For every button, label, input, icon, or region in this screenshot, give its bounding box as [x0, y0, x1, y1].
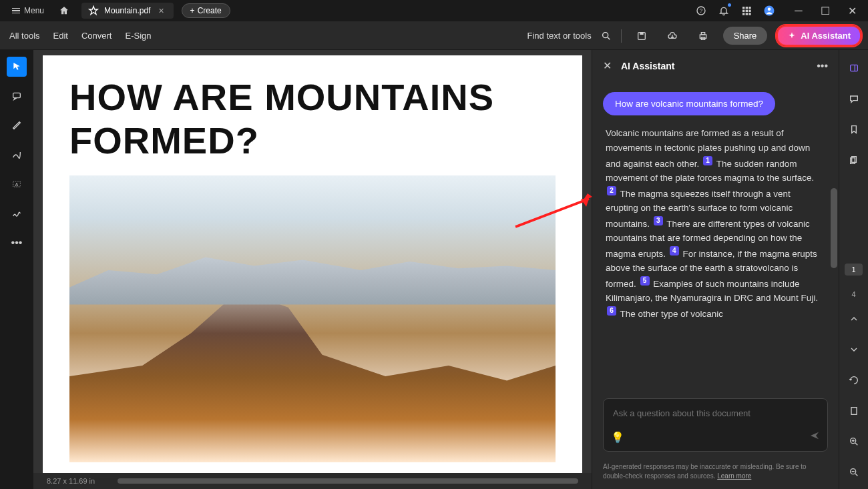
ai-assistant-button[interactable]: AI Assistant — [777, 25, 861, 46]
titlebar-right: ? ─ ☐ ✕ — [690, 1, 863, 20]
document-page[interactable]: HOW ARE MOUNTAINS FORMED? — [43, 55, 582, 473]
toolbar-left: All tools Edit Convert E-Sign — [7, 31, 152, 41]
create-button[interactable]: + Create — [182, 3, 230, 18]
menu-button[interactable]: Menu — [5, 3, 51, 18]
text-box-icon: A — [11, 179, 22, 189]
bookmarks-panel[interactable] — [844, 119, 864, 139]
page-down-button[interactable] — [844, 340, 864, 360]
cloud-button[interactable] — [662, 27, 683, 45]
svg-point-12 — [768, 8, 771, 11]
svg-text:?: ? — [700, 7, 703, 14]
svg-rect-6 — [746, 10, 748, 12]
help-button[interactable]: ? — [690, 1, 712, 20]
create-label: Create — [198, 6, 222, 15]
comment-tool[interactable] — [7, 86, 27, 106]
help-icon: ? — [696, 5, 706, 16]
svg-rect-18 — [701, 32, 704, 34]
pages-panel[interactable] — [844, 150, 864, 170]
ai-panel-header: ✕ AI Assistant ••• — [592, 50, 839, 81]
svg-text:A: A — [15, 182, 19, 187]
svg-rect-3 — [746, 7, 748, 9]
zoom-in-icon — [849, 436, 859, 447]
svg-rect-7 — [748, 10, 750, 12]
svg-rect-4 — [748, 7, 750, 9]
ai-conversation: How are volcanic mountains formed? Volca… — [592, 81, 839, 390]
learn-more-link[interactable]: Learn more — [717, 472, 751, 480]
main-toolbar: All tools Edit Convert E-Sign Find text … — [0, 22, 868, 50]
profile-icon — [763, 5, 775, 17]
citation-1[interactable]: 1 — [703, 156, 712, 165]
save-button[interactable] — [631, 27, 652, 45]
fit-page-button[interactable] — [844, 401, 864, 421]
send-button[interactable] — [809, 430, 820, 444]
svg-rect-26 — [850, 158, 855, 164]
page-up-button[interactable] — [844, 309, 864, 329]
cursor-icon — [11, 61, 22, 72]
draw-tool[interactable] — [7, 145, 27, 165]
panel-toggle[interactable] — [844, 58, 864, 78]
ai-panel-menu[interactable]: ••• — [817, 60, 828, 72]
citation-3[interactable]: 3 — [654, 216, 663, 225]
esign-button[interactable]: E-Sign — [125, 31, 151, 41]
svg-rect-25 — [851, 157, 856, 163]
tab-title: Mountain.pdf — [104, 6, 150, 15]
toolbar-right: Find text or tools Share AI Assistant — [527, 25, 861, 46]
notifications-button[interactable] — [713, 1, 734, 20]
apps-button[interactable] — [736, 1, 757, 20]
svg-rect-10 — [748, 13, 750, 15]
sign-tool[interactable] — [7, 203, 27, 223]
highlight-tool[interactable] — [7, 115, 27, 135]
profile-button[interactable] — [758, 1, 780, 20]
ai-close-button[interactable]: ✕ — [603, 59, 612, 72]
comments-panel[interactable] — [844, 89, 864, 109]
minimize-button[interactable]: ─ — [788, 2, 809, 19]
citation-4[interactable]: 4 — [670, 246, 679, 256]
close-window-button[interactable]: ✕ — [841, 2, 863, 19]
svg-rect-9 — [746, 13, 748, 15]
document-tab[interactable]: Mountain.pdf × — [81, 3, 174, 19]
ai-input-area: 💡 — [592, 390, 839, 457]
document-area: HOW ARE MOUNTAINS FORMED? 8.27 x 11.69 i… — [33, 50, 592, 489]
rotate-icon — [849, 375, 859, 386]
zoom-in-button[interactable] — [844, 432, 864, 452]
panel-icon — [849, 63, 859, 73]
home-button[interactable] — [53, 1, 75, 20]
ai-button-label: AI Assistant — [801, 31, 851, 41]
print-button[interactable] — [692, 27, 714, 45]
citation-2[interactable]: 2 — [607, 186, 616, 195]
convert-button[interactable]: Convert — [81, 31, 112, 41]
draw-icon — [11, 149, 22, 160]
edit-button[interactable]: Edit — [53, 31, 68, 41]
citation-5[interactable]: 5 — [640, 276, 650, 286]
ai-question: How are volcanic mountains formed? — [603, 92, 775, 115]
svg-rect-16 — [640, 32, 643, 34]
tab-close-button[interactable]: × — [156, 5, 166, 16]
svg-point-13 — [602, 32, 608, 37]
total-pages: 4 — [851, 290, 855, 298]
document-image — [69, 175, 556, 462]
zoom-out-button[interactable] — [844, 462, 864, 482]
citation-6[interactable]: 6 — [607, 306, 616, 316]
divider — [621, 29, 622, 43]
rotate-button[interactable] — [844, 370, 864, 390]
find-label[interactable]: Find text or tools — [527, 31, 592, 41]
titlebar: Menu Mountain.pdf × + Create ? ─ ☐ ✕ — [0, 0, 868, 22]
suggestions-button[interactable]: 💡 — [611, 431, 624, 444]
ai-disclaimer: AI-generated responses may be inaccurate… — [592, 457, 839, 489]
share-button[interactable]: Share — [723, 27, 768, 45]
ai-scrollbar[interactable] — [829, 81, 839, 390]
ai-assistant-panel: ✕ AI Assistant ••• How are volcanic moun… — [592, 50, 839, 489]
horizontal-scrollbar[interactable] — [118, 478, 578, 484]
current-page-indicator[interactable]: 1 — [845, 264, 862, 276]
svg-rect-8 — [742, 13, 744, 15]
select-tool[interactable] — [7, 57, 27, 77]
pages-icon — [849, 155, 859, 165]
text-tool[interactable]: A — [7, 174, 27, 194]
svg-rect-2 — [742, 7, 744, 9]
all-tools-button[interactable]: All tools — [9, 31, 40, 41]
maximize-button[interactable]: ☐ — [815, 2, 836, 19]
more-tools[interactable]: ••• — [7, 233, 27, 253]
search-icon[interactable] — [601, 31, 612, 41]
fit-icon — [849, 406, 859, 416]
star-icon — [88, 5, 99, 16]
